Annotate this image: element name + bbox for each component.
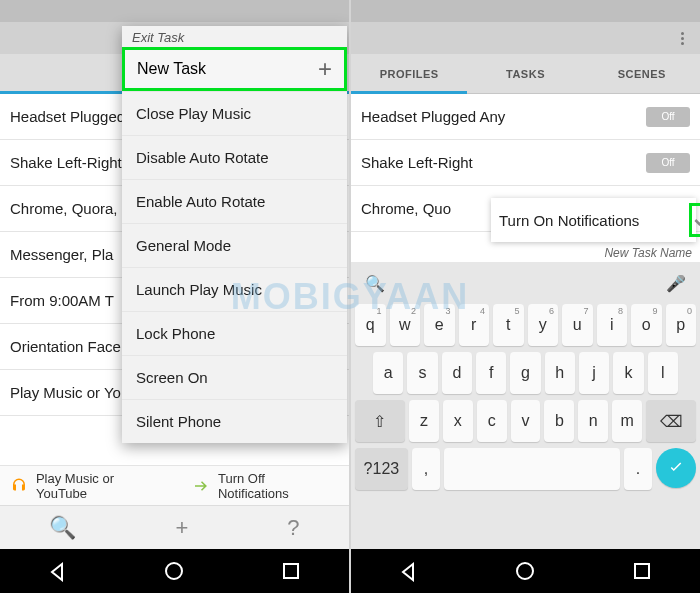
- key-c[interactable]: c: [477, 400, 507, 442]
- key-o[interactable]: o9: [631, 304, 662, 346]
- key-w[interactable]: w2: [390, 304, 421, 346]
- popup-item[interactable]: Disable Auto Rotate: [122, 135, 347, 179]
- kb-row2: asdfghjkl: [355, 352, 696, 394]
- profile-name: Chrome, Quo: [361, 200, 451, 217]
- home-icon[interactable]: [514, 560, 536, 582]
- list-item[interactable]: Headset Plugged Any Off: [351, 94, 700, 140]
- mic-icon[interactable]: 🎤: [666, 274, 686, 293]
- key-r[interactable]: r4: [459, 304, 490, 346]
- list-item[interactable]: Shake Left-Right Off: [351, 140, 700, 186]
- popup-item[interactable]: Enable Auto Rotate: [122, 179, 347, 223]
- headphones-icon: [10, 477, 28, 495]
- key-q[interactable]: q1: [355, 304, 386, 346]
- tabs: PROFILES TASKS SCENES: [351, 54, 700, 94]
- toggle-off[interactable]: Off: [646, 107, 690, 127]
- key-z[interactable]: z: [409, 400, 439, 442]
- suggestion-bar: 🔍 🎤: [355, 268, 696, 298]
- task-row[interactable]: Play Music or YouTube Turn Off Notificat…: [0, 465, 349, 505]
- back-icon[interactable]: [398, 560, 420, 582]
- popup-header: Exit Task: [122, 26, 347, 47]
- plus-icon: +: [318, 55, 332, 83]
- popup-item[interactable]: Lock Phone: [122, 311, 347, 355]
- toggle-off[interactable]: Off: [646, 153, 690, 173]
- tab-tasks[interactable]: TASKS: [467, 54, 583, 93]
- phone-left: PROFILES Headset Plugged Shake Left-Righ…: [0, 0, 349, 593]
- add-icon[interactable]: +: [175, 515, 188, 541]
- svg-point-0: [166, 563, 182, 579]
- profile-name: Shake Left-Right: [361, 154, 473, 171]
- key-x[interactable]: x: [443, 400, 473, 442]
- name-hint: New Task Name: [604, 246, 692, 260]
- popup-item[interactable]: Silent Phone: [122, 399, 347, 443]
- tab-scenes[interactable]: SCENES: [584, 54, 700, 93]
- key-e[interactable]: e3: [424, 304, 455, 346]
- key-u[interactable]: u7: [562, 304, 593, 346]
- key-y[interactable]: y6: [528, 304, 559, 346]
- key-a[interactable]: a: [373, 352, 403, 394]
- nav-bar: [0, 549, 349, 593]
- svg-rect-3: [635, 564, 649, 578]
- search-icon[interactable]: 🔍: [49, 515, 76, 541]
- kb-row4: ?123 , .: [355, 448, 696, 490]
- toolbar: [351, 22, 700, 54]
- svg-rect-1: [284, 564, 298, 578]
- key-s[interactable]: s: [407, 352, 437, 394]
- popup-item[interactable]: General Mode: [122, 223, 347, 267]
- key-t[interactable]: t5: [493, 304, 524, 346]
- kb-row3: ⇧ zxcvbnm ⌫: [355, 400, 696, 442]
- key-n[interactable]: n: [578, 400, 608, 442]
- key-l[interactable]: l: [648, 352, 678, 394]
- check-icon: [692, 210, 700, 230]
- recents-icon[interactable]: [280, 560, 302, 582]
- popup-item[interactable]: Screen On: [122, 355, 347, 399]
- key-v[interactable]: v: [511, 400, 541, 442]
- symbols-key[interactable]: ?123: [355, 448, 408, 490]
- key-k[interactable]: k: [613, 352, 643, 394]
- nav-bar: [351, 549, 700, 593]
- search-icon[interactable]: 🔍: [365, 274, 385, 293]
- status-bar: [351, 0, 700, 22]
- shift-key[interactable]: ⇧: [355, 400, 405, 442]
- back-icon[interactable]: [47, 560, 69, 582]
- task-name-dialog: [491, 198, 696, 242]
- popup-item[interactable]: Close Play Music: [122, 91, 347, 135]
- key-m[interactable]: m: [612, 400, 642, 442]
- spacebar-key[interactable]: [444, 448, 620, 490]
- key-d[interactable]: d: [442, 352, 472, 394]
- key-b[interactable]: b: [544, 400, 574, 442]
- arrow-right-icon: [192, 477, 210, 495]
- svg-point-2: [517, 563, 533, 579]
- overflow-icon[interactable]: [672, 28, 692, 48]
- key-j[interactable]: j: [579, 352, 609, 394]
- key-h[interactable]: h: [545, 352, 575, 394]
- new-task-label: New Task: [137, 60, 206, 78]
- phone-right: PROFILES TASKS SCENES Headset Plugged An…: [351, 0, 700, 593]
- profile-name: Headset Plugged Any: [361, 108, 505, 125]
- kb-row1: q1w2e3r4t5y6u7i8o9p0: [355, 304, 696, 346]
- period-key[interactable]: .: [624, 448, 652, 490]
- status-bar: [0, 0, 349, 22]
- new-task-item[interactable]: New Task +: [122, 47, 347, 91]
- recents-icon[interactable]: [631, 560, 653, 582]
- keyboard: 🔍 🎤 q1w2e3r4t5y6u7i8o9p0 asdfghjkl ⇧ zxc…: [351, 262, 700, 549]
- task-picker-popup: Exit Task New Task + Close Play Music Di…: [122, 26, 347, 443]
- key-g[interactable]: g: [510, 352, 540, 394]
- task-name-input[interactable]: [499, 212, 689, 229]
- help-icon[interactable]: ?: [287, 515, 299, 541]
- task-label: Play Music or YouTube: [36, 471, 168, 501]
- task-label: Turn Off Notifications: [218, 471, 339, 501]
- backspace-key[interactable]: ⌫: [646, 400, 696, 442]
- key-f[interactable]: f: [476, 352, 506, 394]
- comma-key[interactable]: ,: [412, 448, 440, 490]
- home-icon[interactable]: [163, 560, 185, 582]
- key-p[interactable]: p0: [666, 304, 697, 346]
- tab-profiles[interactable]: PROFILES: [351, 54, 467, 93]
- key-i[interactable]: i8: [597, 304, 628, 346]
- enter-key[interactable]: [656, 448, 696, 488]
- confirm-button[interactable]: [689, 203, 700, 237]
- popup-item[interactable]: Launch Play Music: [122, 267, 347, 311]
- bottom-bar: 🔍 + ?: [0, 505, 349, 549]
